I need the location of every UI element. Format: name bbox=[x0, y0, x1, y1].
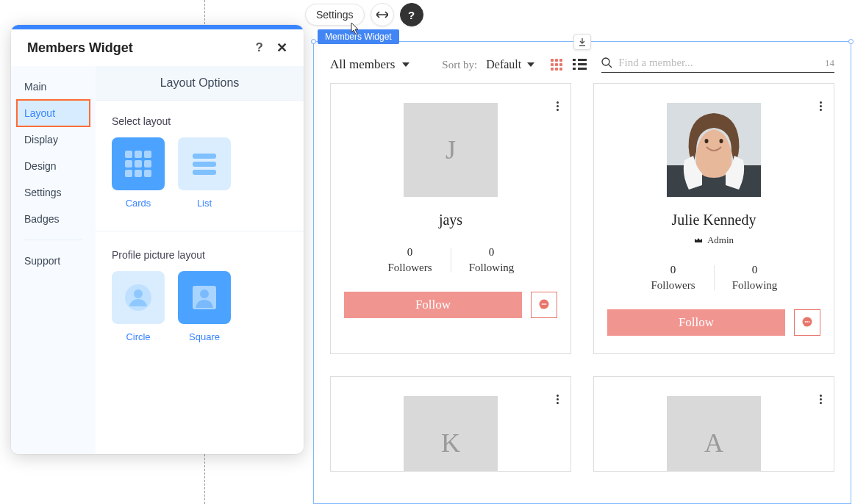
following-count: 0 bbox=[451, 246, 532, 259]
filter-label: All members bbox=[330, 57, 395, 72]
svg-point-0 bbox=[602, 58, 609, 65]
svg-rect-16 bbox=[144, 151, 151, 158]
svg-rect-17 bbox=[125, 160, 132, 168]
grid-view-button[interactable] bbox=[551, 59, 562, 71]
select-layout-label: Select layout bbox=[112, 115, 287, 127]
follow-button[interactable]: Follow bbox=[607, 309, 785, 336]
option-label: List bbox=[178, 198, 231, 209]
svg-rect-18 bbox=[135, 160, 142, 168]
svg-rect-21 bbox=[135, 170, 142, 177]
chevron-down-icon bbox=[402, 62, 409, 67]
following-count: 0 bbox=[715, 264, 795, 276]
pic-option-square[interactable]: Square bbox=[178, 271, 231, 342]
widget-badge: Members Widget bbox=[318, 29, 399, 44]
svg-point-3 bbox=[542, 303, 543, 305]
cards-icon bbox=[122, 148, 154, 180]
nav-layout[interactable]: Layout bbox=[17, 100, 90, 126]
nav-main[interactable]: Main bbox=[11, 73, 96, 100]
card-menu-button[interactable] bbox=[554, 97, 562, 115]
member-card: J jays 0 Followers 0 Following Follow bbox=[330, 83, 571, 354]
card-menu-button[interactable] bbox=[817, 97, 825, 115]
sort-by-label: Sort by: bbox=[442, 59, 477, 71]
filter-dropdown[interactable]: All members bbox=[330, 57, 409, 72]
svg-point-8 bbox=[705, 139, 709, 143]
followers-label: Followers bbox=[370, 262, 451, 274]
svg-point-4 bbox=[543, 303, 545, 305]
result-count: 14 bbox=[825, 57, 834, 69]
avatar: K bbox=[404, 396, 498, 472]
sort-value: Default bbox=[486, 58, 521, 71]
svg-rect-25 bbox=[193, 170, 216, 175]
svg-point-27 bbox=[134, 289, 143, 298]
svg-rect-14 bbox=[125, 151, 132, 158]
content-title: Layout Options bbox=[96, 66, 304, 101]
nav-display[interactable]: Display bbox=[11, 126, 96, 153]
help-button[interactable]: ? bbox=[400, 3, 423, 26]
svg-rect-24 bbox=[193, 162, 216, 167]
sort-dropdown[interactable]: Default bbox=[486, 58, 534, 71]
svg-point-12 bbox=[806, 321, 808, 323]
chat-icon bbox=[801, 316, 814, 329]
svg-rect-20 bbox=[125, 170, 132, 177]
settings-panel: Members Widget ? ✕ Main Layout Display D… bbox=[11, 25, 304, 454]
svg-point-29 bbox=[200, 289, 209, 298]
followers-label: Followers bbox=[633, 279, 714, 292]
admin-label: Admin bbox=[707, 234, 734, 246]
chat-button[interactable] bbox=[794, 309, 820, 336]
svg-rect-23 bbox=[193, 154, 216, 159]
resize-handle[interactable] bbox=[848, 39, 854, 44]
option-label: Cards bbox=[112, 198, 165, 209]
stretch-icon bbox=[376, 11, 388, 18]
search-icon bbox=[601, 57, 612, 68]
member-card: K bbox=[330, 376, 571, 472]
svg-line-1 bbox=[609, 65, 612, 68]
chat-button[interactable] bbox=[531, 292, 557, 318]
nav-support[interactable]: Support bbox=[11, 248, 96, 274]
svg-rect-22 bbox=[144, 170, 151, 177]
panel-nav: Main Layout Display Design Settings Badg… bbox=[11, 66, 96, 454]
svg-rect-19 bbox=[144, 160, 151, 168]
svg-point-11 bbox=[805, 321, 806, 323]
panel-close-button[interactable]: ✕ bbox=[276, 40, 287, 56]
nav-badges[interactable]: Badges bbox=[11, 206, 96, 232]
nav-settings[interactable]: Settings bbox=[11, 179, 96, 206]
svg-point-5 bbox=[545, 303, 547, 305]
list-view-button[interactable] bbox=[573, 59, 587, 71]
avatar: J bbox=[404, 103, 498, 197]
pic-option-circle[interactable]: Circle bbox=[112, 271, 165, 342]
resize-handle[interactable] bbox=[311, 39, 316, 44]
search-input[interactable] bbox=[618, 57, 819, 69]
nav-design[interactable]: Design bbox=[11, 153, 96, 179]
card-menu-button[interactable] bbox=[817, 390, 825, 408]
follow-button[interactable]: Follow bbox=[344, 292, 522, 318]
chevron-down-icon bbox=[527, 62, 534, 67]
panel-title: Members Widget bbox=[27, 40, 133, 56]
member-name: jays bbox=[344, 212, 557, 228]
member-name: Julie Kennedy bbox=[607, 212, 820, 228]
svg-rect-15 bbox=[135, 151, 142, 158]
svg-point-13 bbox=[809, 321, 810, 323]
crown-icon bbox=[694, 237, 703, 244]
panel-help-button[interactable]: ? bbox=[256, 40, 263, 55]
member-card: Julie Kennedy Admin 0 Followers 0 Follow… bbox=[593, 83, 834, 354]
stretch-button[interactable] bbox=[371, 3, 394, 26]
option-label: Circle bbox=[112, 331, 165, 342]
card-menu-button[interactable] bbox=[554, 390, 562, 408]
avatar: A bbox=[667, 396, 761, 472]
settings-button[interactable]: Settings bbox=[305, 4, 365, 26]
layout-option-list[interactable]: List bbox=[178, 137, 231, 209]
square-avatar-icon bbox=[188, 281, 221, 314]
profile-pic-layout-label: Profile picture layout bbox=[112, 249, 287, 261]
avatar bbox=[667, 103, 761, 197]
followers-count: 0 bbox=[370, 246, 451, 259]
option-label: Square bbox=[178, 331, 231, 342]
members-widget-frame[interactable]: All members Sort by: Default 14 J jays 0 bbox=[313, 41, 851, 504]
anchor-button[interactable] bbox=[573, 34, 591, 50]
layout-option-cards[interactable]: Cards bbox=[112, 137, 165, 209]
download-icon bbox=[578, 37, 587, 46]
avatar-image bbox=[667, 103, 761, 197]
followers-count: 0 bbox=[633, 264, 714, 276]
chat-icon bbox=[537, 298, 551, 312]
list-icon bbox=[188, 148, 221, 180]
member-card: A bbox=[593, 376, 834, 472]
